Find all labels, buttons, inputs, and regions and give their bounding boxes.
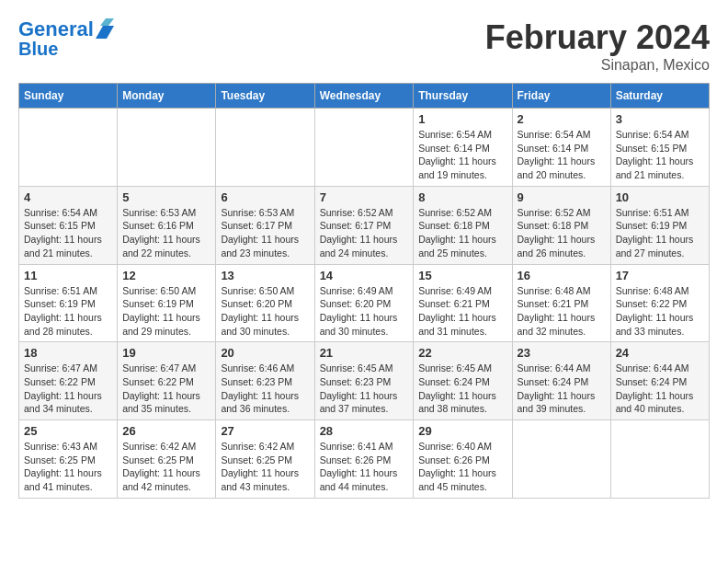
day-number: 20: [221, 346, 309, 360]
day-number: 6: [221, 190, 309, 204]
calendar-cell: 17Sunrise: 6:48 AMSunset: 6:22 PMDayligh…: [610, 264, 709, 342]
calendar-cell: 19Sunrise: 6:47 AMSunset: 6:22 PMDayligh…: [118, 342, 216, 420]
calendar-cell: 3Sunrise: 6:54 AMSunset: 6:15 PMDaylight…: [610, 109, 709, 187]
calendar-cell: 5Sunrise: 6:53 AMSunset: 6:16 PMDaylight…: [118, 186, 216, 264]
title-block: February 2024 Sinapan, Mexico: [485, 18, 710, 74]
day-info: Sunrise: 6:49 AMSunset: 6:21 PMDaylight:…: [418, 284, 506, 339]
day-info: Sunrise: 6:49 AMSunset: 6:20 PMDaylight:…: [320, 284, 409, 339]
day-number: 23: [518, 346, 606, 360]
day-info: Sunrise: 6:54 AMSunset: 6:15 PMDaylight:…: [24, 206, 112, 260]
calendar-table: SundayMondayTuesdayWednesdayThursdayFrid…: [18, 83, 710, 499]
calendar-cell: 18Sunrise: 6:47 AMSunset: 6:22 PMDayligh…: [19, 342, 118, 420]
day-number: 21: [320, 346, 409, 360]
weekday-header: Monday: [118, 84, 216, 109]
calendar-cell: 6Sunrise: 6:53 AMSunset: 6:17 PMDaylight…: [216, 186, 314, 264]
day-number: 14: [320, 269, 409, 282]
calendar-cell: 24Sunrise: 6:44 AMSunset: 6:24 PMDayligh…: [610, 342, 709, 420]
day-info: Sunrise: 6:54 AMSunset: 6:14 PMDaylight:…: [418, 128, 506, 182]
day-number: 24: [616, 346, 704, 360]
calendar-cell: 8Sunrise: 6:52 AMSunset: 6:18 PMDaylight…: [414, 186, 512, 264]
day-number: 15: [418, 269, 506, 282]
calendar-cell: 15Sunrise: 6:49 AMSunset: 6:21 PMDayligh…: [414, 264, 512, 342]
day-info: Sunrise: 6:42 AMSunset: 6:25 PMDaylight:…: [221, 440, 309, 494]
calendar-week-row: 4Sunrise: 6:54 AMSunset: 6:15 PMDaylight…: [19, 186, 710, 264]
day-info: Sunrise: 6:51 AMSunset: 6:19 PMDaylight:…: [616, 206, 704, 260]
calendar-cell: 11Sunrise: 6:51 AMSunset: 6:19 PMDayligh…: [19, 264, 118, 342]
logo: General Blue: [18, 18, 114, 59]
weekday-header: Sunday: [19, 84, 118, 109]
day-number: 5: [122, 190, 210, 204]
calendar-cell: [216, 109, 314, 187]
day-info: Sunrise: 6:46 AMSunset: 6:23 PMDaylight:…: [221, 362, 309, 416]
day-info: Sunrise: 6:47 AMSunset: 6:22 PMDaylight:…: [122, 362, 210, 416]
day-number: 4: [24, 190, 112, 204]
calendar-cell: 7Sunrise: 6:52 AMSunset: 6:17 PMDaylight…: [314, 186, 414, 264]
day-info: Sunrise: 6:50 AMSunset: 6:20 PMDaylight:…: [221, 284, 309, 339]
day-number: 12: [122, 269, 210, 282]
day-info: Sunrise: 6:50 AMSunset: 6:19 PMDaylight:…: [122, 284, 210, 339]
weekday-header: Saturday: [610, 84, 709, 109]
day-info: Sunrise: 6:54 AMSunset: 6:14 PMDaylight:…: [518, 128, 606, 182]
calendar-cell: 29Sunrise: 6:40 AMSunset: 6:26 PMDayligh…: [414, 420, 512, 499]
calendar-week-row: 25Sunrise: 6:43 AMSunset: 6:25 PMDayligh…: [19, 420, 710, 499]
day-info: Sunrise: 6:40 AMSunset: 6:26 PMDaylight:…: [418, 440, 506, 494]
calendar-header-row: SundayMondayTuesdayWednesdayThursdayFrid…: [19, 84, 710, 109]
day-number: 18: [24, 346, 112, 360]
day-info: Sunrise: 6:47 AMSunset: 6:22 PMDaylight:…: [24, 362, 112, 416]
day-number: 16: [518, 269, 606, 282]
calendar-cell: 26Sunrise: 6:42 AMSunset: 6:25 PMDayligh…: [118, 420, 216, 499]
day-info: Sunrise: 6:44 AMSunset: 6:24 PMDaylight:…: [616, 362, 704, 416]
calendar-cell: [19, 109, 118, 187]
page-title: February 2024: [485, 18, 710, 57]
calendar-week-row: 11Sunrise: 6:51 AMSunset: 6:19 PMDayligh…: [19, 264, 710, 342]
day-number: 28: [320, 424, 409, 438]
calendar-cell: 16Sunrise: 6:48 AMSunset: 6:21 PMDayligh…: [512, 264, 610, 342]
day-number: 13: [221, 269, 309, 282]
day-info: Sunrise: 6:53 AMSunset: 6:16 PMDaylight:…: [122, 206, 210, 260]
calendar-cell: 12Sunrise: 6:50 AMSunset: 6:19 PMDayligh…: [118, 264, 216, 342]
day-number: 27: [221, 424, 309, 438]
calendar-cell: 14Sunrise: 6:49 AMSunset: 6:20 PMDayligh…: [314, 264, 414, 342]
logo-text: General: [18, 18, 94, 40]
calendar-week-row: 18Sunrise: 6:47 AMSunset: 6:22 PMDayligh…: [19, 342, 710, 420]
calendar-cell: 27Sunrise: 6:42 AMSunset: 6:25 PMDayligh…: [216, 420, 314, 499]
day-number: 1: [418, 112, 506, 126]
calendar-cell: [118, 109, 216, 187]
day-number: 8: [418, 190, 506, 204]
day-info: Sunrise: 6:48 AMSunset: 6:21 PMDaylight:…: [518, 284, 606, 339]
calendar-cell: 9Sunrise: 6:52 AMSunset: 6:18 PMDaylight…: [512, 186, 610, 264]
calendar-cell: 10Sunrise: 6:51 AMSunset: 6:19 PMDayligh…: [610, 186, 709, 264]
day-info: Sunrise: 6:52 AMSunset: 6:17 PMDaylight:…: [320, 206, 409, 260]
weekday-header: Thursday: [414, 84, 512, 109]
calendar-cell: 2Sunrise: 6:54 AMSunset: 6:14 PMDaylight…: [512, 109, 610, 187]
day-number: 9: [518, 190, 606, 204]
day-info: Sunrise: 6:53 AMSunset: 6:17 PMDaylight:…: [221, 206, 309, 260]
day-info: Sunrise: 6:48 AMSunset: 6:22 PMDaylight:…: [616, 284, 704, 339]
calendar-cell: [512, 420, 610, 499]
calendar-cell: 23Sunrise: 6:44 AMSunset: 6:24 PMDayligh…: [512, 342, 610, 420]
calendar-cell: 28Sunrise: 6:41 AMSunset: 6:26 PMDayligh…: [314, 420, 414, 499]
calendar-cell: [314, 109, 414, 187]
day-number: 7: [320, 190, 409, 204]
day-info: Sunrise: 6:52 AMSunset: 6:18 PMDaylight:…: [418, 206, 506, 260]
day-info: Sunrise: 6:41 AMSunset: 6:26 PMDaylight:…: [320, 440, 409, 494]
day-info: Sunrise: 6:43 AMSunset: 6:25 PMDaylight:…: [24, 440, 112, 494]
day-number: 22: [418, 346, 506, 360]
day-number: 11: [24, 269, 112, 282]
day-info: Sunrise: 6:45 AMSunset: 6:24 PMDaylight:…: [418, 362, 506, 416]
calendar-body: 1Sunrise: 6:54 AMSunset: 6:14 PMDaylight…: [19, 109, 710, 499]
calendar-cell: 13Sunrise: 6:50 AMSunset: 6:20 PMDayligh…: [216, 264, 314, 342]
day-number: 29: [418, 424, 506, 438]
day-number: 19: [122, 346, 210, 360]
calendar-cell: 25Sunrise: 6:43 AMSunset: 6:25 PMDayligh…: [19, 420, 118, 499]
day-number: 17: [616, 269, 704, 282]
calendar-cell: 20Sunrise: 6:46 AMSunset: 6:23 PMDayligh…: [216, 342, 314, 420]
calendar-cell: 1Sunrise: 6:54 AMSunset: 6:14 PMDaylight…: [414, 109, 512, 187]
page-header: General Blue February 2024 Sinapan, Mexi…: [18, 18, 710, 74]
calendar-cell: 22Sunrise: 6:45 AMSunset: 6:24 PMDayligh…: [414, 342, 512, 420]
calendar-cell: 4Sunrise: 6:54 AMSunset: 6:15 PMDaylight…: [19, 186, 118, 264]
day-number: 3: [616, 112, 704, 126]
svg-marker-1: [100, 18, 114, 26]
day-number: 26: [122, 424, 210, 438]
day-info: Sunrise: 6:54 AMSunset: 6:15 PMDaylight:…: [616, 128, 704, 182]
